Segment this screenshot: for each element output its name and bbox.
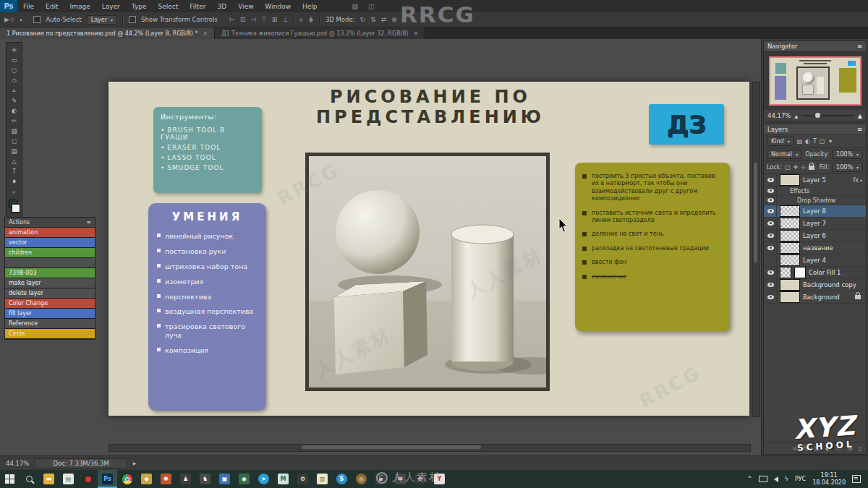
menu-select[interactable]: Select (152, 0, 184, 12)
action-button[interactable]: make layer (5, 278, 95, 288)
background-color-swatch[interactable] (12, 204, 20, 213)
drop-shadow-label[interactable]: Drop Shadow (797, 197, 835, 204)
hand-tool-icon[interactable]: ♦ (7, 176, 22, 187)
visibility-toggle[interactable] (765, 205, 777, 217)
menu-window[interactable]: Window (260, 0, 297, 12)
zoom-slider[interactable] (801, 115, 854, 116)
3d-rotate-icon[interactable]: ↻ (360, 16, 366, 23)
clone-stamp-tool-icon[interactable]: ▨ (7, 126, 22, 136)
layer-thumbnail[interactable] (780, 291, 800, 303)
navigator-thumbnail[interactable] (769, 56, 861, 106)
filter-smart-icon[interactable]: ✦ (828, 138, 833, 145)
move-tool-icon[interactable]: ▶⊹ (4, 16, 14, 23)
display-tray-icon[interactable] (759, 476, 767, 482)
layer-name[interactable]: Background copy (803, 281, 856, 288)
volume-tray-icon[interactable] (774, 476, 778, 482)
visibility-toggle[interactable] (765, 174, 777, 186)
status-options-caret-icon[interactable]: ▶ (133, 461, 137, 466)
chevron-down-icon[interactable]: ▾ (860, 178, 862, 183)
fill-dropdown[interactable]: 100% ▾ (832, 163, 863, 172)
fill-layer-thumbnail[interactable] (780, 267, 791, 278)
distribute-icon-2[interactable]: ⋕ (308, 16, 314, 23)
action-button[interactable]: Circle (5, 329, 95, 339)
action-button[interactable]: fill layer (5, 309, 95, 319)
layer-name[interactable]: Layer 8 (803, 207, 826, 215)
menu-edit[interactable]: Edit (40, 0, 64, 12)
layer-name[interactable]: Background (803, 294, 840, 301)
layer-name[interactable]: Layer 6 (803, 232, 826, 239)
taskbar-app-10[interactable]: ▥ (312, 470, 332, 488)
crop-tool-icon[interactable]: ⌗ (7, 85, 22, 95)
tab-document-1[interactable]: 1 Рисование по представлению.psd @ 44.2%… (0, 27, 215, 39)
taskbar-app-chrome[interactable] (117, 470, 137, 488)
taskbar-app-skype[interactable]: S (332, 470, 352, 488)
layer-name[interactable]: Layer 4 (803, 257, 826, 264)
lock-all-icon[interactable] (809, 166, 814, 170)
tab-document-2[interactable]: Д1 Техника живописи Гуашью.psd @ 13.2% (… (215, 27, 425, 39)
menu-help[interactable]: Help (297, 0, 323, 12)
visibility-toggle[interactable] (765, 267, 777, 278)
filter-adjustment-icon[interactable]: ◐ (805, 138, 810, 145)
3d-slide-icon[interactable]: ⊕ (391, 16, 397, 23)
zoom-percentage[interactable]: 44.17% (6, 460, 29, 467)
lock-transparent-icon[interactable]: ▢ (785, 164, 791, 171)
zoom-slider-thumb[interactable] (815, 113, 820, 118)
layer-row[interactable]: Layer 6 (764, 230, 866, 242)
visibility-toggle[interactable] (765, 218, 777, 229)
layer-name[interactable]: Color Fill 1 (809, 269, 841, 276)
layer-row-selected[interactable]: Layer 8 (764, 205, 866, 218)
visibility-toggle[interactable] (765, 230, 777, 241)
close-icon[interactable]: × (414, 30, 419, 37)
align-left-icon[interactable]: ⊢ (229, 16, 235, 23)
taskbar-app-telegram[interactable]: ➤ (254, 470, 273, 488)
panel-menu-icon[interactable]: ≡ (857, 126, 862, 133)
gradient-tool-icon[interactable]: ▤ (7, 146, 22, 156)
action-button[interactable] (5, 258, 95, 268)
eyedropper-tool-icon[interactable]: ✎ (7, 95, 22, 106)
scrollbar-thumb[interactable] (754, 163, 757, 263)
visibility-toggle[interactable] (765, 187, 777, 195)
layer-row[interactable]: Layer 5 fx▾ (764, 174, 866, 187)
action-button[interactable]: delete layer (5, 288, 95, 299)
type-tool-icon[interactable]: T (7, 166, 22, 176)
tray-expand-icon[interactable]: ^ (747, 476, 752, 482)
layer-thumbnail[interactable] (780, 218, 800, 229)
layer-thumbnail[interactable] (780, 230, 800, 241)
language-indicator[interactable]: РУС (795, 476, 806, 482)
layer-row-background[interactable]: Background (764, 291, 866, 304)
healing-tool-icon[interactable]: ◐ (7, 106, 22, 116)
layer-name[interactable]: Layer 7 (803, 220, 826, 227)
layer-row[interactable]: название (764, 242, 866, 254)
arrange-icon[interactable]: ◫ (368, 3, 375, 10)
pen-tool-icon[interactable]: △ (7, 156, 22, 166)
zoom-tool-icon[interactable]: ⌕ (7, 187, 22, 197)
opacity-dropdown[interactable]: 100% ▾ (832, 150, 863, 159)
lock-pixels-icon[interactable]: ✛ (793, 164, 799, 171)
filter-type-icon[interactable]: T (813, 138, 817, 145)
align-top-icon[interactable]: ⊤ (261, 16, 267, 23)
auto-select-checkbox[interactable] (33, 16, 41, 23)
menu-view[interactable]: View (232, 0, 259, 12)
blend-mode-dropdown[interactable]: Normal ▾ (767, 150, 802, 159)
auto-select-target-dropdown[interactable]: Layer ▾ (87, 15, 117, 25)
close-icon[interactable]: × (203, 30, 208, 37)
document-canvas[interactable]: РИСОВАНИЕ ПО ПРЕДСТАВЛЕНИЮ ДЗ Инструмент… (109, 82, 749, 416)
distribute-icon-1[interactable]: ⫦ (299, 16, 303, 24)
horizontal-scrollbar[interactable] (109, 444, 751, 452)
action-button[interactable]: Reference (5, 319, 95, 329)
layer-name[interactable]: название (803, 244, 833, 252)
lasso-tool-icon[interactable]: ○ (7, 65, 22, 75)
taskbar-app-7[interactable]: ◉ (234, 470, 254, 488)
taskbar-app-5[interactable]: ♞ (195, 470, 215, 488)
layer-thumbnail[interactable] (780, 254, 800, 266)
brush-tool-icon[interactable]: ✏ (7, 116, 22, 126)
taskbar-app-2[interactable]: ◆ (137, 470, 156, 488)
filter-pixel-icon[interactable]: ▤ (797, 138, 803, 145)
marquee-tool-icon[interactable]: ▭ (7, 55, 22, 65)
action-button[interactable]: 7398-003 (5, 268, 95, 278)
layer-row-hidden[interactable]: Layer 4 (764, 254, 866, 267)
menu-file[interactable]: File (17, 0, 40, 12)
visibility-toggle[interactable] (765, 254, 777, 266)
zoom-out-icon[interactable]: ▲ (794, 114, 798, 119)
layer-row[interactable]: Layer 7 (764, 218, 866, 230)
